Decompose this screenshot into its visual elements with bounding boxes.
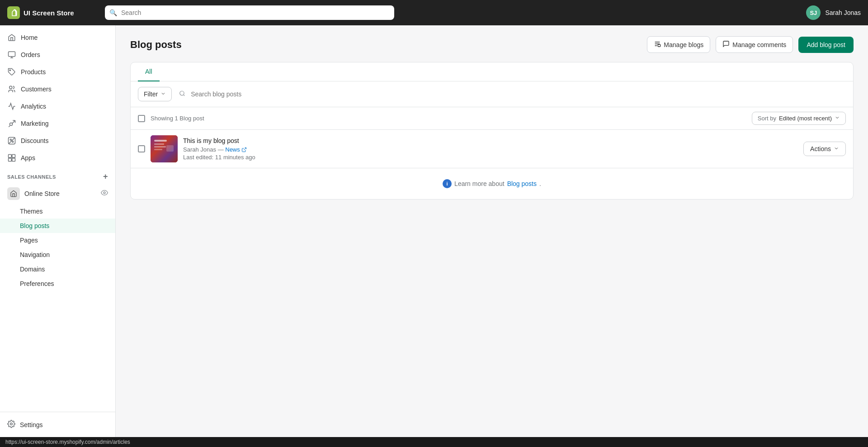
blog-post-search-input[interactable] [175, 87, 846, 101]
sidebar-item-analytics[interactable]: Analytics [0, 98, 115, 115]
sidebar-item-orders-label: Orders [21, 51, 40, 58]
svg-rect-17 [154, 140, 167, 142]
manage-blogs-icon [654, 40, 661, 49]
learn-more-text-after: . [539, 180, 541, 187]
discounts-icon [7, 136, 16, 145]
search-input[interactable] [105, 5, 394, 20]
svg-point-5 [12, 141, 14, 143]
sidebar-item-navigation[interactable]: Navigation [0, 247, 115, 262]
filter-label: Filter [144, 90, 158, 98]
post-author: Sarah Jonas [183, 146, 216, 153]
blog-post-search-wrapper[interactable] [175, 87, 846, 101]
sidebar-item-orders[interactable]: Orders [0, 46, 115, 63]
sidebar-item-settings[interactable]: Settings [0, 416, 115, 433]
svg-rect-19 [154, 146, 166, 147]
apps-icon [7, 153, 16, 162]
blog-link-label: News [225, 146, 240, 153]
sidebar: Home Orders Products Customers [0, 25, 116, 437]
svg-rect-18 [154, 143, 164, 145]
svg-point-1 [9, 70, 10, 71]
manage-blogs-label: Manage blogs [664, 41, 703, 48]
sidebar-item-analytics-label: Analytics [21, 103, 46, 110]
info-icon: i [443, 179, 452, 188]
blog-link[interactable]: News [225, 146, 247, 153]
sidebar-item-blog-posts[interactable]: Blog posts [0, 219, 115, 233]
filter-chevron-icon [160, 90, 166, 98]
sidebar-item-domains[interactable]: Domains [0, 262, 115, 276]
svg-point-3 [10, 123, 13, 126]
svg-rect-9 [9, 158, 12, 162]
sidebar-nav: Home Orders Products Customers [0, 25, 115, 295]
info-footer: i Learn more about Blog posts . [131, 168, 853, 199]
svg-line-15 [184, 95, 185, 96]
sidebar-item-apps[interactable]: Apps [0, 149, 115, 166]
svg-rect-20 [154, 149, 162, 150]
manage-blogs-button[interactable]: Manage blogs [647, 36, 710, 53]
products-icon [7, 67, 16, 76]
status-url: https://ui-screen-store.myshopify.com/ad… [5, 439, 130, 445]
sort-chevron-icon [835, 115, 840, 122]
sidebar-item-marketing-label: Marketing [21, 120, 48, 127]
online-store-label: Online Store [24, 190, 96, 197]
customers-icon [7, 85, 16, 94]
svg-rect-7 [9, 155, 12, 158]
blog-posts-learn-more-link[interactable]: Blog posts [507, 180, 537, 187]
post-info: This is my blog post Sarah Jonas — News … [183, 137, 798, 161]
post-edited: Last edited: 11 minutes ago [183, 154, 798, 161]
svg-rect-0 [9, 52, 15, 57]
add-blog-post-button[interactable]: Add blog post [798, 37, 854, 53]
settings-icon [7, 420, 15, 429]
table-row: This is my blog post Sarah Jonas — News … [131, 130, 853, 168]
svg-rect-13 [658, 44, 660, 47]
sidebar-item-marketing[interactable]: Marketing [0, 115, 115, 132]
sidebar-item-online-store[interactable]: Online Store [0, 183, 115, 204]
filter-button[interactable]: Filter [138, 87, 172, 101]
sidebar-item-customers[interactable]: Customers [0, 81, 115, 98]
sidebar-item-preferences[interactable]: Preferences [0, 276, 115, 291]
post-thumbnail [151, 135, 178, 162]
sort-select[interactable]: Sort by Edited (most recent) [752, 112, 846, 125]
post-thumbnail-image [151, 135, 178, 162]
manage-comments-icon [722, 40, 730, 49]
sort-label: Sort by [758, 115, 776, 122]
brand-name: UI Screen Store [24, 9, 74, 17]
sidebar-item-themes[interactable]: Themes [0, 204, 115, 219]
sidebar-item-customers-label: Customers [21, 86, 52, 93]
main-layout: Home Orders Products Customers [0, 25, 868, 437]
svg-rect-8 [12, 155, 15, 158]
page-actions: Manage blogs Manage comments Add blog po… [647, 36, 854, 53]
tabs-bar: All [131, 62, 853, 81]
sidebar-item-apps-label: Apps [21, 154, 35, 162]
search-icon: 🔍 [109, 9, 117, 16]
actions-button[interactable]: Actions [803, 142, 846, 156]
svg-point-4 [10, 139, 11, 140]
post-count: Showing 1 Blog post [151, 115, 204, 122]
actions-label: Actions [810, 145, 831, 152]
topbar: UI Screen Store 🔍 SJ Sarah Jonas [0, 0, 868, 25]
sidebar-item-discounts[interactable]: Discounts [0, 132, 115, 149]
add-sales-channel-icon[interactable]: + [103, 172, 108, 181]
sidebar-item-pages[interactable]: Pages [0, 233, 115, 247]
blog-posts-link-label: Blog posts [507, 180, 537, 187]
orders-icon [7, 50, 16, 59]
home-icon [7, 33, 16, 42]
online-store-icon [7, 187, 20, 200]
page-title: Blog posts [130, 39, 182, 51]
sidebar-item-products[interactable]: Products [0, 63, 115, 81]
svg-point-11 [104, 192, 105, 194]
manage-comments-button[interactable]: Manage comments [716, 36, 793, 53]
sidebar-item-discounts-label: Discounts [21, 137, 48, 144]
page-header: Blog posts Manage blogs Manage comments … [130, 36, 854, 53]
svg-point-14 [180, 91, 184, 95]
sidebar-item-home[interactable]: Home [0, 29, 115, 46]
brand-logo [7, 6, 20, 19]
marketing-icon [7, 119, 16, 128]
blog-search-icon [179, 90, 185, 98]
settings-label: Settings [20, 421, 43, 428]
search-bar[interactable]: 🔍 [105, 5, 394, 20]
select-all-checkbox[interactable] [138, 115, 145, 122]
topbar-right: SJ Sarah Jonas [806, 5, 861, 20]
tab-all[interactable]: All [138, 62, 160, 81]
post-checkbox[interactable] [138, 145, 145, 152]
blog-posts-card: All Filter [130, 62, 854, 200]
